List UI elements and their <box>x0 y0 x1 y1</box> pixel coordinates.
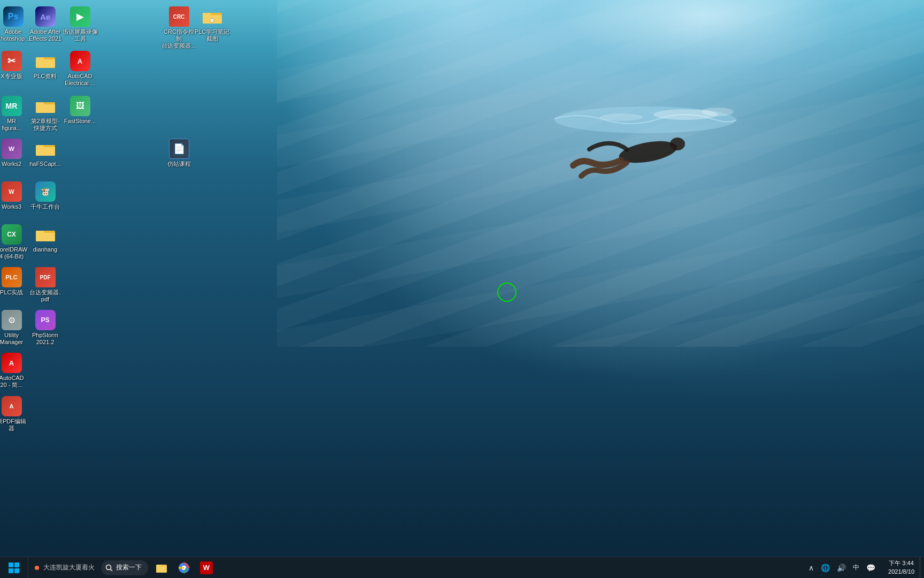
icon-model2[interactable]: 第2章模型-快捷方式 <box>25 93 65 134</box>
taskbar-app-explorer[interactable] <box>151 558 172 577</box>
taskbar-clock[interactable]: 下午 3:44 2021/8/10 <box>883 557 920 578</box>
svg-point-2 <box>670 138 685 150</box>
svg-point-27 <box>106 565 111 569</box>
svg-rect-12 <box>36 59 55 68</box>
icon-phpstorm-label: PhpStorm2021.2 <box>32 332 58 346</box>
icon-works2-label: Works2 <box>2 161 21 168</box>
icon-plcnote[interactable]: 📋 PLC学习笔记截图 <box>192 4 232 44</box>
svg-rect-24 <box>14 562 19 567</box>
svg-point-4 <box>702 108 734 116</box>
svg-rect-16 <box>36 102 44 105</box>
icon-acrobat-label: 新PDF编辑器 <box>0 418 26 432</box>
svg-rect-13 <box>36 57 44 60</box>
icon-dianhang-label: dianhang <box>33 246 57 253</box>
tray-chevron-icon[interactable]: ∧ <box>806 562 816 573</box>
icon-dianhang[interactable]: dianhang <box>25 222 65 255</box>
svg-point-5 <box>600 113 643 121</box>
icon-autocad2020[interactable]: A AutoCAD20 - 简... <box>0 350 32 391</box>
volume-icon[interactable]: 🔊 <box>835 562 848 573</box>
swimmer-image <box>552 104 739 211</box>
network-icon[interactable]: 🌐 <box>819 562 832 573</box>
taskbar-app-word[interactable]: W <box>196 558 217 577</box>
search-icon <box>105 564 113 572</box>
icon-xcut-label: X专业版 <box>1 73 22 80</box>
icon-coreldraw-label: CorelDRAW4 (64-Bit) <box>0 246 27 260</box>
desktop-icons-area: Ps AdobePhotoshop... Ae Adobe AfterEffec… <box>0 0 107 578</box>
icon-fangzhan-label: 仿站课程 <box>167 161 191 168</box>
svg-line-28 <box>111 569 113 571</box>
system-tray: ∧ 🌐 🔊 中 💬 <box>801 557 883 578</box>
icon-autocad-el-label: AutoCADElectrical ... <box>65 73 95 87</box>
windows-logo[interactable] <box>5 559 22 576</box>
icon-hafscapt[interactable]: haFSCapt... <box>25 136 65 170</box>
icon-plcfolder-label: PLC资料 <box>34 73 57 80</box>
svg-rect-23 <box>9 562 13 567</box>
svg-rect-22 <box>36 231 44 234</box>
icon-plcsh-label: PLC实战 <box>0 289 23 296</box>
notification-icon[interactable]: 💬 <box>864 562 877 573</box>
icon-phpstorm[interactable]: PS PhpStorm2021.2 <box>25 307 65 348</box>
svg-rect-30 <box>156 566 167 573</box>
icon-taida[interactable]: PDF 台达变频器.pdf <box>25 264 65 305</box>
taskbar-news[interactable]: 大连凯旋大厦着火 <box>28 557 101 578</box>
icon-mr-label: MRfigura... <box>2 118 21 132</box>
cursor-indicator <box>497 283 517 302</box>
news-text: 大连凯旋大厦着火 <box>43 563 95 572</box>
start-button[interactable] <box>0 557 28 578</box>
icon-faststone[interactable]: 🖼 FastStone... <box>60 93 100 127</box>
icon-screen-recorder-label: 迅达屏幕录像工具 <box>63 28 98 42</box>
icon-autocad2020-label: AutoCAD20 - 简... <box>0 375 24 389</box>
icon-qianniu-label: 千牛工作台 <box>30 203 60 210</box>
svg-text:📋: 📋 <box>210 17 215 22</box>
news-dot <box>35 566 39 570</box>
svg-rect-26 <box>14 568 19 573</box>
chrome-icon <box>178 561 190 574</box>
svg-rect-15 <box>36 104 55 113</box>
search-label: 搜索一下 <box>116 563 142 572</box>
svg-rect-19 <box>36 145 44 148</box>
icon-model2-label: 第2章模型-快捷方式 <box>31 118 60 132</box>
icon-aftereffects-label: Adobe AfterEffects 2021 <box>29 28 61 42</box>
svg-rect-18 <box>36 147 55 156</box>
taskbar-app-chrome[interactable] <box>173 558 195 577</box>
icon-qianniu[interactable]: 🐮 千牛工作台 <box>25 179 65 212</box>
icon-fangzhan[interactable]: 📄 仿站课程 <box>159 136 199 170</box>
icon-plcfolder[interactable]: PLC资料 <box>25 48 65 82</box>
taskbar-date: 2021/8/10 <box>888 568 914 576</box>
taskbar: 大连凯旋大厦着火 搜索一下 <box>0 557 924 578</box>
icon-works3-label: Works3 <box>2 203 21 210</box>
svg-rect-21 <box>36 233 55 241</box>
taskbar-search[interactable]: 搜索一下 <box>101 560 148 575</box>
icon-hafscapt-label: haFSCapt... <box>29 161 61 168</box>
svg-rect-9 <box>203 13 211 16</box>
input-method-icon[interactable]: 中 <box>851 562 861 573</box>
icon-screen-recorder[interactable]: ▶ 迅达屏幕录像工具 <box>60 4 100 44</box>
icon-plcnote-label: PLC学习笔记截图 <box>195 28 229 42</box>
icon-taida-label: 台达变频器.pdf <box>29 289 60 303</box>
show-desktop-button[interactable] <box>920 557 924 578</box>
taskbar-pinned-apps: W <box>148 557 220 578</box>
icon-crc-label: CRC指令控制台达变频器... <box>161 28 197 50</box>
taskbar-time: 下午 3:44 <box>889 559 913 567</box>
icon-autocad-el[interactable]: A AutoCADElectrical ... <box>60 48 100 89</box>
icon-utility-label: UtilityManager <box>0 332 23 346</box>
file-explorer-icon <box>155 561 168 574</box>
svg-rect-31 <box>156 565 161 567</box>
svg-rect-25 <box>9 568 13 573</box>
icon-faststone-label: FastStone... <box>64 118 96 125</box>
icon-aftereffects[interactable]: Ae Adobe AfterEffects 2021 <box>25 4 65 44</box>
icon-acrobat[interactable]: A 新PDF编辑器 <box>0 393 32 434</box>
